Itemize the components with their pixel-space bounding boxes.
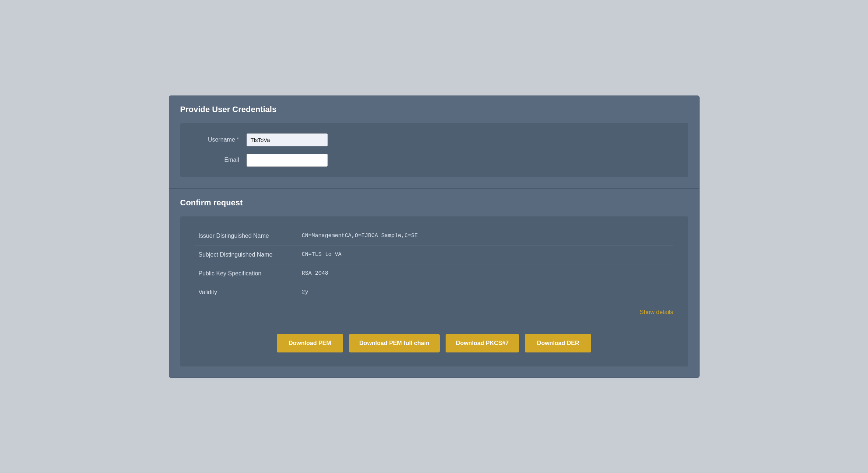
show-details-button[interactable]: Show details bbox=[640, 309, 673, 316]
issuer-dn-label: Issuer Distinguished Name bbox=[195, 227, 298, 246]
details-table: Issuer Distinguished Name CN=ManagementC… bbox=[195, 227, 673, 302]
pubkey-spec-value: RSA 2048 bbox=[298, 264, 673, 283]
email-input[interactable] bbox=[247, 154, 328, 167]
show-details-row: Show details bbox=[195, 309, 673, 316]
confirm-title: Confirm request bbox=[180, 198, 688, 208]
main-container: Provide User Credentials Username * Emai… bbox=[169, 95, 700, 378]
pubkey-spec-label: Public Key Specification bbox=[195, 264, 298, 283]
username-row: Username * bbox=[195, 133, 673, 146]
table-row: Issuer Distinguished Name CN=ManagementC… bbox=[195, 227, 673, 246]
validity-value: 2y bbox=[298, 283, 673, 302]
credentials-inner: Username * Email bbox=[180, 123, 688, 177]
table-row: Subject Distinguished Name CN=TLS to VA bbox=[195, 245, 673, 264]
username-label: Username * bbox=[195, 136, 239, 143]
confirm-section: Confirm request Issuer Distinguished Nam… bbox=[169, 189, 699, 378]
download-buttons: Download PEM Download PEM full chain Dow… bbox=[195, 327, 673, 356]
validity-label: Validity bbox=[195, 283, 298, 302]
download-pkcs7-button[interactable]: Download PKCS#7 bbox=[446, 334, 519, 352]
confirm-inner: Issuer Distinguished Name CN=ManagementC… bbox=[180, 216, 688, 366]
subject-dn-label: Subject Distinguished Name bbox=[195, 245, 298, 264]
table-row: Public Key Specification RSA 2048 bbox=[195, 264, 673, 283]
download-pem-full-chain-button[interactable]: Download PEM full chain bbox=[349, 334, 440, 352]
email-label: Email bbox=[195, 157, 239, 163]
download-pem-button[interactable]: Download PEM bbox=[277, 334, 343, 352]
username-input[interactable] bbox=[247, 133, 328, 146]
email-row: Email bbox=[195, 154, 673, 167]
issuer-dn-value: CN=ManagementCA,O=EJBCA Sample,C=SE bbox=[298, 227, 673, 246]
credentials-title: Provide User Credentials bbox=[180, 105, 688, 114]
credentials-section: Provide User Credentials Username * Emai… bbox=[169, 96, 699, 189]
download-der-button[interactable]: Download DER bbox=[525, 334, 591, 352]
table-row: Validity 2y bbox=[195, 283, 673, 302]
subject-dn-value: CN=TLS to VA bbox=[298, 245, 673, 264]
